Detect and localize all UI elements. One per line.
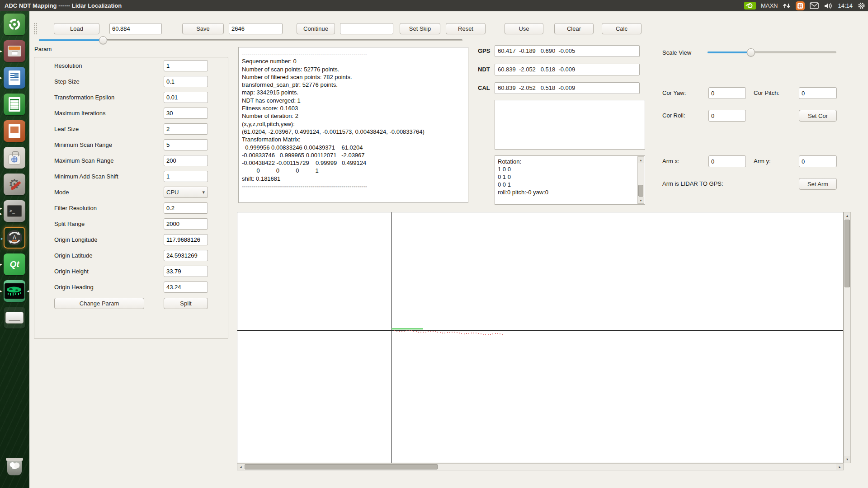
param-label: Leaf Size xyxy=(54,123,79,135)
continue-button[interactable]: Conitinue xyxy=(297,23,335,34)
param-input[interactable] xyxy=(164,60,208,71)
param-input[interactable] xyxy=(164,202,208,214)
running-indicator-icon: ▸ xyxy=(0,212,2,216)
scroll-right-arrow-icon[interactable] xyxy=(836,464,843,470)
gps-scan-dot xyxy=(433,331,434,332)
split-button[interactable]: Split xyxy=(164,298,208,309)
nvidia-gpu-icon[interactable] xyxy=(744,2,756,9)
mail-icon[interactable] xyxy=(810,2,819,9)
set-skip-button[interactable]: Set Skip xyxy=(400,23,440,34)
rotation-scrollbar[interactable] xyxy=(637,156,644,204)
dock-item-software-updater[interactable]: A▸ xyxy=(4,227,25,249)
param-input[interactable] xyxy=(164,250,208,261)
param-input[interactable] xyxy=(164,108,208,119)
dock-item-libreoffice-calc[interactable] xyxy=(4,94,25,115)
scale-view-slider[interactable] xyxy=(708,48,836,57)
save-value-input[interactable] xyxy=(229,23,283,34)
cor-pitch-input[interactable] xyxy=(799,87,837,99)
continue-value-input[interactable] xyxy=(340,23,393,34)
dock-item-libreoffice-impress[interactable] xyxy=(4,120,25,142)
arm-y-input[interactable] xyxy=(799,155,837,167)
gps-scan-dot xyxy=(404,331,405,332)
focused-indicator-icon: ◂ xyxy=(27,289,29,293)
arm-x-label: Arm x: xyxy=(662,155,679,167)
volume-icon[interactable] xyxy=(824,2,833,9)
input-method-icon[interactable] xyxy=(796,1,805,10)
param-input[interactable] xyxy=(164,282,208,293)
ndt-value[interactable]: 60.839 -2.052 0.518 -0.009 xyxy=(495,64,640,75)
plot-vertical-scrollbar[interactable] xyxy=(844,212,851,463)
toolbar-grip[interactable] xyxy=(34,23,37,34)
load-button[interactable]: Load xyxy=(54,23,99,34)
set-cor-button[interactable]: Set Cor xyxy=(799,110,837,122)
dock-item-trash[interactable] xyxy=(4,455,25,477)
slider-handle[interactable] xyxy=(747,48,755,56)
arm-y-label: Arm y: xyxy=(754,155,771,167)
dock-item-ubuntu-dash[interactable] xyxy=(4,14,25,35)
slider-fill xyxy=(708,52,750,53)
sequence-slider[interactable] xyxy=(39,36,462,45)
gps-scan-dot xyxy=(457,332,458,333)
slider-handle[interactable] xyxy=(99,36,107,44)
plot-vscroll-thumb[interactable] xyxy=(844,220,850,287)
gps-scan-dot xyxy=(399,331,400,332)
scroll-up-arrow-icon[interactable] xyxy=(638,157,644,163)
calc-button[interactable]: Calc xyxy=(602,23,642,34)
gps-scan-dot xyxy=(464,333,465,334)
load-value-input[interactable] xyxy=(109,23,162,34)
dock-item-ubuntu-software[interactable] xyxy=(4,147,25,169)
param-input[interactable] xyxy=(164,266,208,277)
ndt-log[interactable]: ----------------------------------------… xyxy=(242,50,465,200)
plot-canvas[interactable] xyxy=(237,212,844,463)
gps-value[interactable]: 60.417 -0.189 0.690 -0.005 xyxy=(495,45,640,57)
dock-item-system-settings[interactable]: ⚙ xyxy=(4,174,25,195)
set-arm-button[interactable]: Set Arm xyxy=(799,178,837,190)
scroll-down-arrow-icon[interactable] xyxy=(638,197,644,203)
dock-item-qt-creator[interactable]: Qt▸ xyxy=(4,253,25,275)
gps-scan-dot xyxy=(500,333,500,334)
cor-yaw-input[interactable] xyxy=(708,87,746,99)
param-input[interactable] xyxy=(164,218,208,230)
param-input[interactable] xyxy=(164,155,208,166)
reset-button[interactable]: Reset xyxy=(446,23,486,34)
session-gear-icon[interactable] xyxy=(858,2,865,9)
param-input[interactable] xyxy=(164,92,208,103)
param-input[interactable] xyxy=(164,171,208,182)
info-box-empty[interactable] xyxy=(495,100,645,150)
cor-yaw-label: Cor Yaw: xyxy=(662,87,686,99)
ndt-label: NDT xyxy=(478,64,490,75)
plot-horizontal-scrollbar[interactable] xyxy=(237,463,844,470)
use-button[interactable]: Use xyxy=(505,23,543,34)
arm-x-input[interactable] xyxy=(708,155,746,167)
scroll-up-arrow-icon[interactable] xyxy=(844,212,850,219)
plot-vertical-axis xyxy=(392,212,392,463)
plot-hscroll-thumb[interactable] xyxy=(245,464,438,469)
cor-roll-input[interactable] xyxy=(708,110,746,122)
param-label: Split Range xyxy=(54,218,85,230)
scroll-left-arrow-icon[interactable] xyxy=(237,464,244,470)
param-input[interactable] xyxy=(164,76,208,87)
plot-horizontal-axis xyxy=(237,330,843,331)
param-input[interactable] xyxy=(164,123,208,135)
running-indicator-icon: ▸ xyxy=(1,237,3,241)
param-label: Mode xyxy=(54,187,69,198)
change-param-button[interactable]: Change Param xyxy=(54,298,144,309)
param-input[interactable] xyxy=(164,234,208,245)
gps-scan-dot xyxy=(488,334,489,335)
clear-button[interactable]: Clear xyxy=(554,23,594,34)
gps-scan-dot xyxy=(447,332,448,333)
rotation-box[interactable]: Rotation: 1 0 0 0 1 0 0 0 1 roll:0 pitch… xyxy=(495,155,645,205)
dock-item-lidar-mapping-app[interactable]: ▸◂ xyxy=(4,280,25,302)
mode-select[interactable]: CPU xyxy=(164,187,208,198)
scroll-down-arrow-icon[interactable] xyxy=(844,456,850,463)
dock-item-files[interactable]: ▸ xyxy=(4,40,25,62)
param-input[interactable] xyxy=(164,139,208,150)
dock-item-terminal[interactable]: >_▸▸ xyxy=(4,200,25,222)
dock-item-disk-image[interactable] xyxy=(4,307,25,328)
network-updown-icon[interactable] xyxy=(783,2,791,9)
dock-item-libreoffice-writer[interactable]: ▸ xyxy=(4,67,25,89)
save-button[interactable]: Save xyxy=(182,23,224,34)
rotation-scroll-thumb[interactable] xyxy=(638,185,643,197)
cal-value[interactable]: 60.839 -2.052 0.518 -0.009 xyxy=(495,82,640,94)
dock: ▸▸⚙>_▸▸A▸Qt▸▸◂ xyxy=(0,11,29,488)
